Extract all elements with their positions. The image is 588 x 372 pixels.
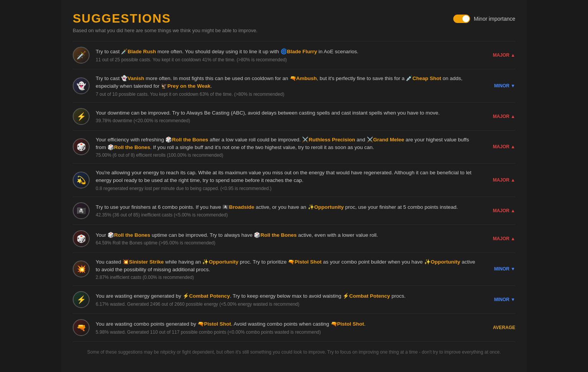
suggestion-main-text: Your downtime can be improved. Try to Al… bbox=[96, 109, 479, 117]
toggle-label: Minor importance bbox=[474, 16, 515, 22]
suggestion-icon: 🎲 bbox=[73, 138, 90, 155]
severity-badge: MAJOR ▲ bbox=[493, 114, 515, 119]
spell-name: Ambush bbox=[296, 75, 317, 81]
suggestion-row: 🗡️Try to cast 🗡️Blade Rush more often. Y… bbox=[73, 41, 515, 69]
suggestion-text-area: Your efficiency with refreshing 🎲Roll th… bbox=[96, 136, 479, 158]
severity-badge: MINOR ▼ bbox=[494, 266, 515, 272]
severity-badge: MAJOR ▲ bbox=[493, 177, 515, 183]
minor-importance-toggle[interactable] bbox=[453, 15, 470, 23]
spell-name: Blade Flurry bbox=[287, 49, 317, 54]
suggestion-text-area: Try to cast 🗡️Blade Rush more often. You… bbox=[96, 48, 479, 62]
toggle-area: Minor importance bbox=[453, 15, 515, 23]
badge-area: MAJOR ▲ bbox=[485, 177, 515, 183]
suggestion-text-area: You are wasting combo points generated b… bbox=[96, 320, 479, 334]
spell-name: Pistol Shot bbox=[294, 259, 322, 265]
suggestion-text-area: Try to cast 👻Vanish more often. In most … bbox=[96, 75, 479, 97]
suggestion-main-text: Try to use your finishers at 6 combo poi… bbox=[96, 203, 479, 211]
suggestion-sub-text: 7 out of 10 possible casts. You kept it … bbox=[96, 92, 479, 97]
suggestion-sub-text: 11 out of 25 possible casts. You kept it… bbox=[96, 57, 479, 62]
spell-name: Ruthless Precision bbox=[309, 137, 355, 143]
severity-badge: MINOR ▼ bbox=[494, 297, 515, 302]
badge-area: MINOR ▼ bbox=[485, 83, 515, 88]
footer-note: Some of these suggestions may be nitpick… bbox=[73, 349, 515, 355]
spell-name: Blade Rush bbox=[127, 49, 156, 54]
spell-name: Roll the Bones bbox=[114, 144, 150, 150]
badge-area: MAJOR ▲ bbox=[485, 144, 515, 149]
suggestion-row: 🎲Your efficiency with refreshing 🎲Roll t… bbox=[73, 131, 515, 164]
suggestion-sub-text: 75.00% (6 out of 8) efficient rerolls (1… bbox=[96, 152, 479, 158]
suggestion-icon: ⚡ bbox=[73, 108, 90, 125]
badge-area: MAJOR ▲ bbox=[485, 236, 515, 241]
spell-name: Broadside bbox=[229, 204, 254, 210]
suggestion-icon: 💫 bbox=[73, 172, 90, 188]
severity-badge: MAJOR ▲ bbox=[493, 52, 515, 58]
severity-badge: MAJOR ▲ bbox=[493, 236, 515, 241]
spell-name: Vanish bbox=[127, 75, 144, 81]
suggestion-row: 🎲Your 🎲Roll the Bones uptime can be impr… bbox=[73, 225, 515, 253]
suggestion-text-area: You're allowing your energy to reach its… bbox=[96, 169, 479, 191]
suggestion-text-area: Your downtime can be improved. Try to Al… bbox=[96, 109, 479, 123]
page-subtitle: Based on what you did here are some thin… bbox=[73, 28, 258, 33]
suggestion-text-area: You casted 💥Sinister Strike while having… bbox=[96, 258, 479, 280]
suggestion-main-text: Try to cast 🗡️Blade Rush more often. You… bbox=[96, 48, 479, 56]
suggestion-main-text: You are wasting combo points generated b… bbox=[96, 320, 479, 328]
spell-name: Opportunity bbox=[431, 259, 460, 265]
spell-name: Roll the Bones bbox=[114, 232, 150, 238]
suggestion-main-text: You're allowing your energy to reach its… bbox=[96, 169, 479, 185]
suggestion-sub-text: 42.35% (36 out of 85) inefficient casts … bbox=[96, 212, 479, 218]
suggestion-sub-text: 64.59% Roll the Bones uptime (>95.00% is… bbox=[96, 240, 479, 246]
spell-name: Pistol Shot bbox=[204, 321, 231, 327]
suggestion-icon: 👻 bbox=[73, 77, 90, 94]
suggestion-row: 💫You're allowing your energy to reach it… bbox=[73, 164, 515, 197]
suggestion-icon: 🏴‍☠️ bbox=[73, 202, 90, 219]
spell-name: Opportunity bbox=[209, 259, 238, 265]
suggestion-row: 👻Try to cast 👻Vanish more often. In most… bbox=[73, 69, 515, 103]
spell-name: Cheap Shot bbox=[412, 75, 441, 81]
severity-badge: MAJOR ▲ bbox=[493, 208, 515, 213]
page-title: SUGGESTIONS bbox=[73, 11, 258, 26]
badge-area: MINOR ▼ bbox=[485, 297, 515, 302]
suggestion-main-text: Try to cast 👻Vanish more often. In most … bbox=[96, 75, 479, 90]
suggestion-icon: ⚡ bbox=[73, 291, 90, 308]
spell-name: Roll the Bones bbox=[172, 137, 208, 143]
suggestion-main-text: Your 🎲Roll the Bones uptime can be impro… bbox=[96, 231, 479, 239]
severity-badge: MAJOR ▲ bbox=[493, 144, 515, 149]
severity-badge: AVERAGE bbox=[493, 325, 515, 330]
suggestion-text-area: You are wasting energy generated by ⚡Com… bbox=[96, 292, 479, 306]
suggestion-row: 🔫You are wasting combo points generated … bbox=[73, 314, 515, 342]
suggestion-row: ⚡You are wasting energy generated by ⚡Co… bbox=[73, 286, 515, 314]
suggestion-row: 💥You casted 💥Sinister Strike while havin… bbox=[73, 253, 515, 286]
suggestion-list: 🗡️Try to cast 🗡️Blade Rush more often. Y… bbox=[73, 41, 515, 342]
badge-area: MAJOR ▲ bbox=[485, 52, 515, 58]
suggestion-sub-text: 39.78% downtime (<20.00% is recommended) bbox=[96, 118, 479, 123]
suggestion-sub-text: 0.8 regenerated energy lost per minute d… bbox=[96, 186, 479, 191]
badge-area: MAJOR ▲ bbox=[485, 208, 515, 213]
spell-name: Combat Potency bbox=[349, 293, 390, 299]
page-header: SUGGESTIONS Based on what you did here a… bbox=[73, 11, 515, 33]
suggestion-main-text: You are wasting energy generated by ⚡Com… bbox=[96, 292, 479, 300]
spell-name: Prey on the Weak bbox=[167, 83, 210, 89]
suggestion-text-area: Try to use your finishers at 6 combo poi… bbox=[96, 203, 479, 218]
severity-badge: MINOR ▼ bbox=[494, 83, 515, 88]
spell-name: Sinister Strike bbox=[129, 259, 164, 265]
spell-name: Opportunity bbox=[314, 204, 344, 210]
spell-name: Grand Melee bbox=[373, 137, 404, 143]
badge-area: MAJOR ▲ bbox=[485, 114, 515, 119]
badge-area: MINOR ▼ bbox=[485, 266, 515, 272]
suggestion-icon: 🔫 bbox=[73, 319, 90, 336]
suggestion-icon: 🎲 bbox=[73, 230, 90, 247]
spell-name: Roll the Bones bbox=[260, 232, 297, 238]
suggestion-icon: 💥 bbox=[73, 261, 90, 277]
suggestion-sub-text: 5.98% wasted. Generated 110 out of 117 p… bbox=[96, 329, 479, 335]
suggestion-sub-text: 6.17% wasted. Generated 2496 out of 2660… bbox=[96, 302, 479, 307]
suggestion-main-text: You casted 💥Sinister Strike while having… bbox=[96, 258, 479, 274]
suggestion-row: ⚡Your downtime can be improved. Try to A… bbox=[73, 103, 515, 131]
spell-name: Combat Potency bbox=[189, 293, 230, 299]
suggestion-sub-text: 2.87% inefficient casts (0.00% is recomm… bbox=[96, 275, 479, 280]
suggestion-main-text: Your efficiency with refreshing 🎲Roll th… bbox=[96, 136, 479, 152]
suggestion-row: 🏴‍☠️Try to use your finishers at 6 combo… bbox=[73, 197, 515, 225]
suggestion-icon: 🗡️ bbox=[73, 47, 90, 64]
suggestion-text-area: Your 🎲Roll the Bones uptime can be impro… bbox=[96, 231, 479, 246]
badge-area: AVERAGE bbox=[485, 325, 515, 330]
spell-name: Pistol Shot bbox=[337, 321, 364, 327]
